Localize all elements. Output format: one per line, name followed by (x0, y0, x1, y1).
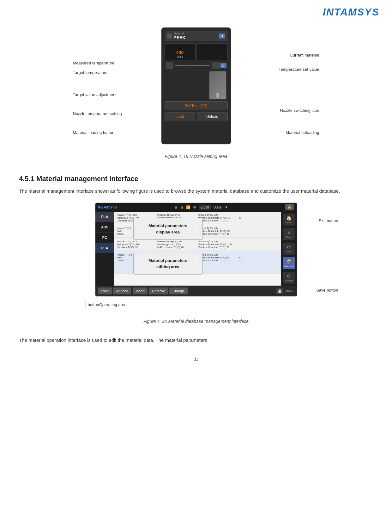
dropdown-arrow[interactable]: ▼ (225, 205, 228, 209)
udisk-label: Udisk (213, 205, 222, 209)
annot-exit-button: Exit button (319, 218, 338, 223)
annot-target-temp: Target temperature (73, 70, 108, 75)
mat-row-3-data3: Chamber T(°C): 90 MAT. chamber T(°C):70 … (117, 246, 279, 249)
annot-nozzle-temp: Nozzle temperature setting (73, 111, 122, 116)
figure1-caption: Figure 4. 19 Nozzle setting area (165, 154, 227, 159)
remove-button-bar[interactable]: Remove (149, 287, 168, 294)
udisk-status: U15B-2 (285, 289, 294, 293)
axis-label: Axis (286, 250, 291, 253)
figure1-container: Measured temperature Target temperature … (0, 21, 392, 165)
annot-current-material: Current material (290, 53, 319, 57)
page-number: 33 (0, 350, 392, 368)
save-icon[interactable]: 💾 (276, 288, 283, 294)
material-prefix: Material: (173, 32, 211, 35)
material-arrow[interactable]: ← (213, 33, 218, 39)
label-l-nozzle: L (220, 63, 226, 68)
material-icon: 📦 (286, 259, 292, 264)
axis-icon: ⟳ (287, 245, 291, 250)
print-label: Print (286, 221, 291, 224)
system-label: System (285, 279, 293, 282)
wifi-icon: 📶 (186, 205, 190, 209)
figure2-caption: Figure 4. 20 Material database managemen… (19, 319, 373, 324)
nozzle-side-area (165, 71, 228, 100)
mat-topbar: INTAMSYS 🖥 🖨 📶 ⚙ E:000 Udisk ▼ 🔒 (95, 203, 297, 212)
material-header-row: L Material: PEEK ← B (165, 31, 228, 41)
change-button-bar[interactable]: Change (169, 287, 188, 294)
temp-box-nozzle: 🌡 400 400 (165, 43, 196, 60)
mat-content: Nozzle T(°C): 210 Preheat Time(min):0 Un… (114, 212, 281, 286)
load-button[interactable]: Load (165, 112, 195, 121)
load-unload-row: Load Unload (165, 112, 228, 121)
adj-plus-button[interactable]: + (212, 62, 220, 69)
material-interface: INTAMSYS 🖥 🖨 📶 ⚙ E:000 Udisk ▼ 🔒 PLA (95, 203, 297, 297)
unload-button[interactable]: Unload (197, 112, 228, 121)
annot-nozzle-switch: Nozzle switching icon (280, 108, 319, 113)
material-label: Material (284, 265, 293, 268)
tune-icon: ≡ (287, 230, 290, 235)
sidebar-item-abs[interactable]: ABS (95, 222, 114, 233)
annot-material-unload: Material unloading (286, 130, 319, 135)
slider-bar[interactable] (175, 65, 209, 66)
mat-right-icons: 🏠 Print ≡ Tune ⟳ Axis 📦 Material (281, 212, 297, 286)
mat-row-3[interactable]: Nozzle T(°C): 255 Preheat Time(min):20 U… (114, 238, 281, 251)
annot-target-adj: Target value adjustment (73, 92, 117, 97)
mat-display-area-overlay: Material parametersdisplay area (133, 218, 203, 240)
mat-editing-area-overlay: Material parametersediting area (133, 253, 203, 275)
section-451: 4.5.1 Material management interface The … (0, 165, 392, 330)
right-icon-tune[interactable]: ≡ Tune (283, 228, 295, 240)
temp-set-value: 400 (177, 55, 183, 59)
mat-diagram-wrapper: Exit button Save button buttonOperating … (54, 203, 338, 309)
annot-load-btn: Material loading button (73, 130, 115, 135)
sidebar-item-pla1[interactable]: PLA (95, 212, 114, 222)
print-icon: 🖨 (180, 205, 184, 209)
settings-icon: ⚙ (193, 205, 196, 209)
print-icon: 🏠 (286, 215, 292, 221)
right-icon-axis[interactable]: ⟳ Axis (283, 243, 295, 255)
right-icon-system[interactable]: ⚙ System (283, 272, 295, 284)
set-temp-button[interactable]: Set Temp(°C) (165, 101, 228, 110)
sidebar-item-pc[interactable]: PC (95, 233, 114, 243)
mat-row-1-data: Nozzle T(°C): 210 Preheat Time(min):0 Un… (117, 214, 279, 216)
mat-logo: INTAMSYS (98, 205, 117, 209)
mat-bottom-bar: Load Append Insert Remove Change 💾 U15B-… (95, 286, 297, 296)
label-l: L (167, 33, 172, 39)
annot-save-button: Save button (316, 288, 338, 293)
section-title: 4.5.1 Material management interface (19, 175, 373, 183)
right-icon-print[interactable]: 🏠 Print (283, 214, 295, 226)
label-b: B (219, 33, 225, 39)
nozzle-image (209, 71, 226, 100)
bottom-text: The material operation interface is used… (0, 330, 392, 350)
thermometer-icon: 🌡 (178, 45, 182, 50)
nozzle-screen: L Material: PEEK ← B 🌡 400 400 ← (161, 27, 231, 144)
load-button-bar[interactable]: Load (98, 287, 112, 294)
header: INTAMSYS (0, 0, 392, 21)
logo: INTAMSYS (323, 6, 379, 18)
bottom-annot-area: buttonOperating area (54, 300, 338, 309)
temp-measured-value: 400 (176, 50, 184, 55)
append-button-bar[interactable]: Append (113, 287, 131, 294)
e-counter: E:000 (199, 205, 211, 210)
mat-bottom-right: 💾 U15B-2 (276, 288, 294, 294)
adj-row: - + L (165, 62, 228, 69)
right-icon-material[interactable]: 📦 Material (283, 257, 295, 269)
mat-row-3-data: Nozzle T(°C): 255 Preheat Time(min):20 U… (117, 240, 279, 243)
adj-minus-button[interactable]: - (166, 62, 174, 69)
button-area-label: buttonOperating area (88, 302, 127, 307)
tune-label: Tune (286, 236, 292, 239)
lock-button[interactable]: 🔒 (285, 204, 294, 210)
screen-icon: 🖥 (174, 205, 178, 209)
system-icon: ⚙ (287, 274, 291, 279)
temp-display: 🌡 400 400 ← (165, 43, 228, 60)
annot-measured-temp: Measured temperature (73, 61, 115, 65)
material-name: PEEK (173, 35, 211, 40)
mat-icons-center: 🖥 🖨 📶 ⚙ E:000 Udisk ▼ (174, 205, 228, 210)
mat-body: PLA ABS PC PLA (95, 212, 297, 286)
sidebar-item-pla2[interactable]: PLA (95, 243, 114, 253)
mat-sidebar: PLA ABS PC PLA (95, 212, 114, 286)
temp-box-right: ← (197, 43, 228, 60)
temp-arrow-right: ← (210, 45, 214, 49)
button-area-annotation: buttonOperating area (86, 300, 338, 309)
section-body: The material management interface shown … (19, 187, 373, 195)
insert-button-bar[interactable]: Insert (133, 287, 148, 294)
nozzle-tip (216, 93, 219, 98)
